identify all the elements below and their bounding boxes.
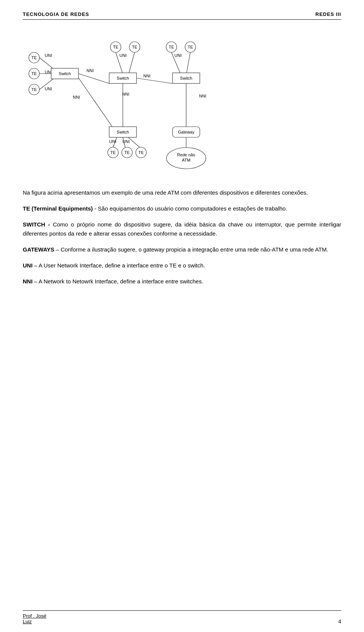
svg-text:TE: TE: [110, 150, 116, 155]
page: TECNOLOGIA DE REDES REDES III TE TE TE U…: [0, 0, 364, 632]
svg-text:Gateway: Gateway: [178, 130, 195, 134]
atm-network-svg: TE TE TE UNI UNI UNI Switch NNI NNI: [23, 27, 250, 175]
gateways-paragraph: GATEWAYS – Conforme a ilustração sugere,…: [23, 245, 341, 254]
svg-text:Switch: Switch: [117, 76, 129, 80]
footer-author: Prof . JoséLuiz: [23, 613, 46, 624]
header-title-right: REDES III: [315, 11, 341, 17]
svg-text:Switch: Switch: [117, 130, 129, 134]
uni-paragraph: UNI – A User Network Interface, define a…: [23, 261, 341, 270]
svg-line-54: [128, 137, 140, 147]
nni-term: NNI: [23, 278, 33, 285]
svg-text:Switch: Switch: [59, 71, 71, 76]
header-title-left: TECNOLOGIA DE REDES: [23, 11, 89, 17]
gateways-definition: – Conforme a ilustração sugere, o gatewa…: [54, 246, 328, 253]
svg-text:TE: TE: [113, 45, 118, 49]
page-content: Na figura acima apresentamos um exemplo …: [23, 188, 341, 286]
uni-term: UNI: [23, 262, 33, 269]
svg-text:UNI: UNI: [45, 86, 52, 91]
svg-text:NNI: NNI: [86, 68, 94, 73]
switch-definition: Como o próprio nome do dispositivo suger…: [23, 221, 341, 237]
te-paragraph: TE (Terminal Equipments) - São equipamen…: [23, 204, 341, 213]
svg-text:TE: TE: [124, 150, 130, 155]
svg-text:TE: TE: [188, 45, 193, 49]
svg-text:TE: TE: [31, 55, 37, 60]
svg-text:Switch: Switch: [180, 76, 192, 80]
svg-text:NNI: NNI: [73, 95, 80, 99]
svg-text:UNI: UNI: [45, 53, 52, 58]
svg-text:Rede não: Rede não: [177, 152, 195, 157]
svg-text:NNI: NNI: [199, 94, 206, 98]
svg-text:TE: TE: [169, 45, 174, 49]
svg-line-15: [78, 74, 109, 83]
svg-text:TE: TE: [31, 71, 37, 76]
svg-text:NNI: NNI: [122, 92, 129, 96]
page-footer: Prof . JoséLuiz 4: [23, 610, 341, 624]
gateways-term: GATEWAYS: [23, 246, 54, 253]
page-header: TECNOLOGIA DE REDES REDES III: [23, 11, 341, 20]
switch-paragraph: SWITCH - Como o próprio nome do disposit…: [23, 220, 341, 238]
te-definition: - São equipamentos do usuário como compu…: [93, 205, 287, 212]
nni-definition: – A Network to Netowrk Interface, define…: [33, 278, 203, 285]
svg-text:UNI: UNI: [174, 53, 182, 58]
svg-text:NNI: NNI: [143, 74, 151, 78]
network-diagram: TE TE TE UNI UNI UNI Switch NNI NNI: [23, 27, 341, 177]
intro-paragraph: Na figura acima apresentamos um exemplo …: [23, 188, 341, 197]
svg-line-17: [78, 78, 113, 128]
svg-text:TE: TE: [138, 150, 144, 155]
nni-paragraph: NNI – A Network to Netowrk Interface, de…: [23, 277, 341, 286]
svg-line-37: [187, 52, 190, 73]
svg-text:ATM: ATM: [182, 158, 190, 162]
svg-text:TE: TE: [31, 87, 37, 92]
page-number: 4: [338, 618, 341, 624]
svg-text:TE: TE: [132, 45, 137, 49]
svg-line-28: [136, 78, 173, 83]
te-term: TE (Terminal Equipments): [23, 205, 93, 212]
svg-line-24: [129, 52, 135, 73]
uni-definition: – A User Network Interface, define a int…: [33, 262, 205, 269]
switch-term: SWITCH -: [23, 221, 50, 228]
svg-text:UNI: UNI: [119, 53, 127, 58]
